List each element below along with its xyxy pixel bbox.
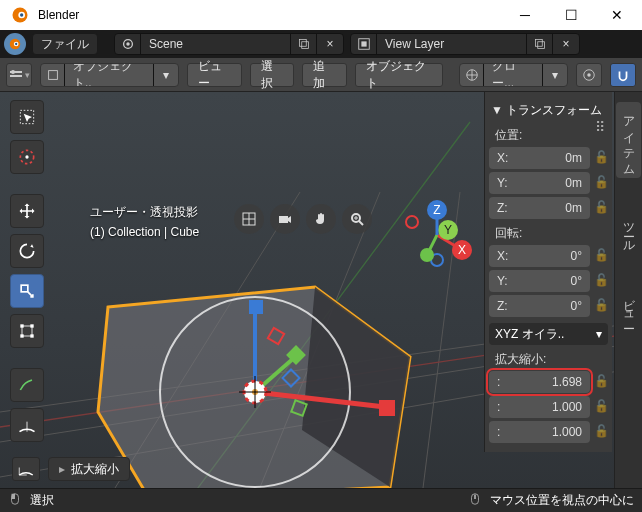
editor-type-button[interactable]: ▾ — [6, 63, 32, 87]
new-viewlayer-icon[interactable] — [527, 34, 553, 54]
redo-panel-label: 拡大縮小 — [71, 461, 119, 478]
app-icon[interactable] — [4, 33, 26, 55]
svg-point-68 — [420, 248, 434, 262]
scene-name[interactable]: Scene — [141, 34, 291, 54]
select-tool[interactable] — [10, 100, 44, 134]
chevron-down-icon: ▾ — [543, 64, 567, 86]
redo-panel[interactable]: ▸ 拡大縮小 — [6, 454, 476, 484]
svg-rect-24 — [21, 285, 28, 292]
scale-z-field[interactable]: :1.000🔓 — [489, 421, 590, 443]
window-title: Blender — [38, 8, 502, 22]
tab-view[interactable]: ビュー — [616, 284, 641, 330]
scene-selector[interactable]: Scene × — [114, 33, 344, 55]
add-menu[interactable]: 追加 — [302, 63, 346, 87]
svg-rect-27 — [30, 324, 33, 327]
measure-corner-icon[interactable] — [12, 457, 40, 481]
lock-icon: 🔓 — [594, 273, 608, 287]
transform-panel-header[interactable]: ▼ トランスフォーム ⠿ — [489, 98, 608, 123]
viewport-header: ▾ オブジェクト.. ▾ ビュー 選択 追加 オブジェクト グロー... ▾ — [0, 58, 642, 92]
scene-icon — [115, 34, 141, 54]
svg-point-19 — [587, 73, 591, 77]
status-left: 選択 — [30, 492, 54, 509]
lock-icon: 🔓 — [594, 248, 608, 262]
svg-line-54 — [359, 221, 363, 225]
close-button[interactable]: ✕ — [594, 0, 640, 30]
svg-point-16 — [11, 70, 15, 74]
axis-gizmo[interactable]: X Y Z — [402, 200, 472, 270]
svg-rect-8 — [299, 40, 306, 47]
maximize-button[interactable]: ☐ — [548, 0, 594, 30]
camera-icon[interactable] — [270, 204, 300, 234]
file-menu[interactable]: ファイル — [32, 33, 98, 55]
lock-icon: 🔓 — [594, 298, 608, 312]
lock-icon: 🔓 — [594, 200, 608, 214]
delete-viewlayer-icon[interactable]: × — [553, 34, 579, 54]
pivot-button[interactable] — [576, 63, 602, 87]
viewlayer-selector[interactable]: View Layer × — [350, 33, 580, 55]
mode-label: オブジェクト.. — [65, 64, 154, 86]
x-handle — [379, 400, 395, 416]
svg-rect-17 — [48, 70, 57, 79]
scale-label: 拡大縮小: — [489, 351, 608, 368]
window-titlebar: Blender ─ ☐ ✕ — [0, 0, 642, 30]
svg-rect-72 — [474, 495, 476, 499]
object-menu[interactable]: オブジェクト — [355, 63, 444, 87]
grid-icon[interactable] — [234, 204, 264, 234]
rot-z-field[interactable]: Z:0°🔓 — [489, 295, 590, 317]
cursor-tool[interactable] — [10, 140, 44, 174]
viewport-overlay-text: ユーザー・透視投影 (1) Collection | Cube — [90, 204, 199, 239]
svg-rect-12 — [535, 40, 542, 47]
rotate-tool[interactable] — [10, 234, 44, 268]
lock-icon: 🔓 — [594, 374, 608, 388]
new-scene-icon[interactable] — [291, 34, 317, 54]
scale-x-field[interactable]: :1.698🔓 — [489, 371, 590, 393]
viewport-nav-icons — [234, 204, 372, 234]
zoom-icon[interactable] — [342, 204, 372, 234]
loc-y-field[interactable]: Y:0m🔓 — [489, 172, 590, 194]
orientation-icon — [460, 64, 484, 86]
svg-text:Z: Z — [433, 203, 440, 217]
svg-point-2 — [20, 13, 23, 16]
transform-tool[interactable] — [10, 314, 44, 348]
svg-point-7 — [126, 42, 130, 46]
workspace: ユーザー・透視投影 (1) Collection | Cube X Y Z — [0, 92, 642, 510]
svg-text:X: X — [458, 243, 466, 257]
loc-x-field[interactable]: X:0m🔓 — [489, 147, 590, 169]
mouse-middle-icon — [468, 492, 482, 509]
move-tool[interactable] — [10, 194, 44, 228]
lock-icon: 🔓 — [594, 399, 608, 413]
view-menu[interactable]: ビュー — [187, 63, 242, 87]
chevron-down-icon: ▾ — [154, 64, 178, 86]
svg-text:Y: Y — [444, 223, 452, 237]
scale-y-field[interactable]: :1.000🔓 — [489, 396, 590, 418]
tab-item[interactable]: アイテム — [616, 102, 641, 178]
svg-rect-13 — [537, 42, 544, 49]
top-menu-bar: ファイル Scene × View Layer × — [0, 30, 642, 58]
hand-icon[interactable] — [306, 204, 336, 234]
n-panel: ▼ トランスフォーム ⠿ 位置: X:0m🔓 Y:0m🔓 Z:0m🔓 回転: X… — [484, 92, 612, 452]
blender-logo-icon — [10, 5, 30, 25]
status-right: マウス位置を視点の中心に — [490, 492, 634, 509]
rot-y-field[interactable]: Y:0°🔓 — [489, 270, 590, 292]
lock-icon: 🔓 — [594, 150, 608, 164]
rotation-mode-dropdown[interactable]: XYZ オイラ..▾ — [489, 323, 608, 345]
tab-tool[interactable]: ツール — [616, 208, 641, 254]
loc-z-field[interactable]: Z:0m🔓 — [489, 197, 590, 219]
mode-selector[interactable]: オブジェクト.. ▾ — [40, 63, 179, 87]
svg-rect-52 — [279, 216, 288, 223]
svg-rect-70 — [12, 494, 16, 499]
svg-point-66 — [406, 216, 418, 228]
snap-button[interactable] — [610, 63, 636, 87]
measure-tool[interactable] — [10, 408, 44, 442]
mouse-left-icon — [8, 492, 22, 509]
toolbar — [4, 96, 48, 446]
minimize-button[interactable]: ─ — [502, 0, 548, 30]
select-menu[interactable]: 選択 — [250, 63, 294, 87]
annotate-tool[interactable] — [10, 368, 44, 402]
svg-rect-28 — [20, 334, 23, 337]
transform-orientation[interactable]: グロー... ▾ — [459, 63, 568, 87]
viewlayer-name[interactable]: View Layer — [377, 34, 527, 54]
scale-tool[interactable] — [10, 274, 44, 308]
rot-x-field[interactable]: X:0°🔓 — [489, 245, 590, 267]
delete-scene-icon[interactable]: × — [317, 34, 343, 54]
